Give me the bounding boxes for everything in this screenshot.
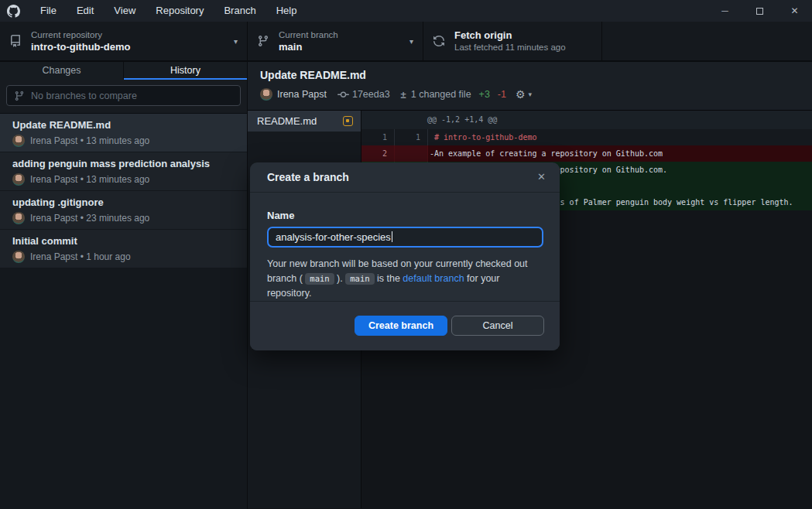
fetch-origin-title: Fetch origin — [454, 29, 566, 42]
file-name: README.md — [257, 115, 343, 127]
minimize-icon: ─ — [721, 5, 728, 16]
commit-meta: Irena Papst • 13 minutes ago — [12, 135, 238, 147]
dialog-header: Create a branch ✕ — [250, 162, 560, 193]
current-repository-text: Current repository intro-to-github-demo — [31, 29, 131, 53]
close-button[interactable]: ✕ — [777, 0, 812, 22]
commit-detail-title: Update README.md — [260, 69, 812, 81]
deletions-count: -1 — [498, 89, 506, 100]
chevron-down-icon: ▾ — [234, 37, 238, 46]
branch-name-chip: main — [305, 273, 334, 285]
avatar — [12, 135, 25, 147]
git-branch-icon — [14, 91, 25, 101]
titlebar: FileEditViewRepositoryBranchHelp ─ ✕ — [0, 0, 812, 22]
tab-changes[interactable]: Changes — [0, 62, 123, 80]
diff-old-line-number: 1 — [361, 129, 395, 145]
diff-line-text: # intro-to-github-demo — [428, 129, 812, 145]
note-text: ). — [334, 273, 346, 284]
commit-author: Irena Papst — [277, 89, 327, 100]
commit-detail-header: Update README.md Irena Papst 17eeda3 ± 1… — [248, 62, 812, 111]
close-icon: ✕ — [790, 5, 798, 16]
diff-new-line-number: 1 — [395, 129, 428, 145]
menu-item-view[interactable]: View — [104, 0, 146, 22]
sidebar-tabs: Changes History — [0, 62, 247, 80]
menu-item-help[interactable]: Help — [266, 0, 307, 22]
close-icon: ✕ — [537, 171, 546, 183]
commit-sha: 17eeda3 — [352, 89, 390, 100]
compare-branch-input[interactable]: No branches to compare — [6, 85, 241, 106]
commit-meta: Irena Papst • 1 hour ago — [12, 251, 238, 263]
commit-meta: Irena Papst • 23 minutes ago — [12, 212, 238, 224]
diff-hunk-header: @@ -1,2 +1,4 @@ — [361, 111, 812, 129]
commit-list-item[interactable]: updating .gitignore Irena Papst • 23 min… — [0, 191, 247, 230]
commit-meta: Irena Papst • 13 minutes ago — [12, 173, 238, 186]
history-sidebar: Changes History No branches to compare U… — [0, 62, 248, 509]
menu-item-edit[interactable]: Edit — [67, 0, 104, 22]
avatar — [12, 212, 25, 224]
current-repository-button[interactable]: Current repository intro-to-github-demo … — [0, 22, 248, 60]
fetch-origin-subtitle: Last fetched 11 minutes ago — [454, 42, 566, 53]
commit-title: Initial commit — [12, 235, 238, 247]
commit-author-time: Irena Papst • 13 minutes ago — [30, 135, 149, 146]
current-branch-button[interactable]: Current branch main ▾ — [248, 22, 423, 60]
github-desktop-window: { "menu": { "items": ["File", "Edit", "V… — [0, 0, 812, 509]
sync-icon — [433, 35, 445, 47]
menu-item-repository[interactable]: Repository — [146, 0, 214, 22]
commit-detail-meta: Irena Papst 17eeda3 ± 1 changed file +3 … — [260, 88, 812, 101]
gear-icon[interactable]: ⚙ — [516, 88, 526, 101]
compare-branch-container: No branches to compare — [0, 80, 247, 114]
maximize-button[interactable] — [742, 0, 777, 22]
current-branch-label: Current branch — [279, 29, 338, 41]
note-text: is the — [375, 273, 403, 284]
create-branch-dialog: Create a branch ✕ Name analysis-for-othe… — [250, 162, 560, 350]
fetch-origin-button[interactable]: Fetch origin Last fetched 11 minutes ago — [423, 22, 602, 60]
branch-name-input[interactable]: analysis-for-other-species — [267, 227, 543, 248]
commit-title: adding penguin mass prediction analysis — [12, 158, 238, 169]
additions-count: +3 — [479, 89, 490, 100]
current-branch-value: main — [279, 41, 338, 53]
diff-icon: ± — [401, 89, 406, 101]
compare-branch-placeholder: No branches to compare — [31, 91, 137, 101]
github-logo-icon — [7, 5, 20, 18]
diff-new-line-number — [395, 145, 428, 162]
menu-item-branch[interactable]: Branch — [214, 0, 266, 22]
toolbar-spacer — [602, 22, 812, 60]
avatar — [260, 88, 272, 101]
chevron-down-icon: ▾ — [409, 37, 413, 46]
commit-list-item[interactable]: Initial commit Irena Papst • 1 hour ago — [0, 230, 247, 268]
toolbar: Current repository intro-to-github-demo … — [0, 22, 812, 62]
commit-list-item[interactable]: adding penguin mass prediction analysis … — [0, 152, 247, 191]
commit-list-item[interactable]: Update README.md Irena Papst • 13 minute… — [0, 114, 247, 152]
diff-old-line-number: 2 — [361, 145, 395, 162]
commit-author-time: Irena Papst • 1 hour ago — [30, 251, 131, 262]
branch-name-chip: main — [345, 273, 374, 285]
tab-history[interactable]: History — [123, 62, 247, 80]
current-branch-text: Current branch main — [279, 29, 338, 53]
cancel-button[interactable]: Cancel — [451, 316, 544, 336]
minimize-button[interactable]: ─ — [708, 0, 742, 22]
default-branch-link[interactable]: default branch — [403, 273, 464, 284]
current-repository-value: intro-to-github-demo — [31, 41, 131, 53]
menu-item-file[interactable]: File — [30, 0, 67, 22]
git-branch-icon — [257, 35, 269, 47]
commit-history-list: Update README.md Irena Papst • 13 minute… — [0, 114, 247, 268]
commit-title: Update README.md — [12, 119, 238, 131]
git-commit-icon — [337, 89, 349, 101]
dialog-footer: Create branch Cancel — [250, 301, 560, 350]
dialog-title: Create a branch — [267, 171, 537, 183]
dialog-close-button[interactable]: ✕ — [537, 171, 546, 183]
commit-title: updating .gitignore — [12, 196, 238, 208]
diff-line: 1 1 # intro-to-github-demo — [361, 129, 812, 145]
commit-author-time: Irena Papst • 13 minutes ago — [30, 174, 149, 185]
create-branch-button[interactable]: Create branch — [355, 316, 447, 336]
branch-name-value: analysis-for-other-species — [276, 231, 391, 243]
avatar — [12, 173, 25, 186]
dialog-body: Name analysis-for-other-species Your new… — [250, 193, 560, 301]
menu-bar: FileEditViewRepositoryBranchHelp — [30, 0, 307, 22]
window-controls: ─ ✕ — [708, 0, 812, 22]
chevron-down-icon: ▾ — [529, 91, 533, 98]
changed-files-count: 1 changed file — [411, 89, 471, 100]
diff-line: 2 -An example of creating a repository o… — [361, 145, 812, 162]
fetch-origin-text: Fetch origin Last fetched 11 minutes ago — [454, 29, 566, 53]
modified-file-icon — [343, 116, 353, 126]
file-row-readme[interactable]: README.md — [248, 111, 361, 132]
